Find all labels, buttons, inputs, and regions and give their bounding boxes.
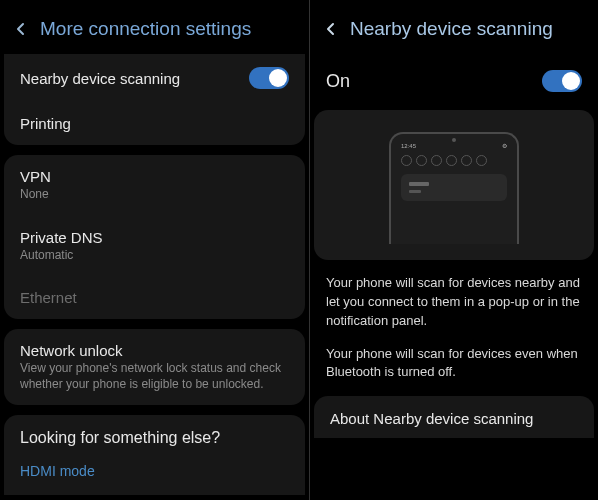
- row-label: Nearby device scanning: [20, 70, 180, 87]
- printing-row[interactable]: Printing: [4, 102, 305, 145]
- header: Nearby device scanning: [310, 0, 598, 54]
- hdmi-mode-link[interactable]: HDMI mode: [4, 455, 305, 495]
- nearby-toggle[interactable]: [249, 67, 289, 89]
- ethernet-row: Ethernet: [4, 276, 305, 319]
- nearby-device-scanning-screen: Nearby device scanning On 12:45 ⚙: [310, 0, 598, 500]
- row-label: Private DNS: [20, 229, 103, 246]
- toggle-knob: [562, 72, 580, 90]
- row-label: Ethernet: [20, 289, 77, 306]
- on-label: On: [326, 71, 350, 92]
- group-network: VPN None Private DNS Automatic Ethernet: [4, 155, 305, 319]
- row-label: Network unlock: [20, 342, 289, 359]
- about-row[interactable]: About Nearby device scanning: [314, 396, 594, 438]
- toggle-knob: [269, 69, 287, 87]
- row-label: Printing: [20, 115, 71, 132]
- nearby-device-scanning-row[interactable]: Nearby device scanning: [4, 54, 305, 102]
- back-icon[interactable]: [324, 22, 338, 36]
- row-desc: View your phone's network lock status an…: [20, 361, 289, 392]
- back-icon[interactable]: [14, 22, 28, 36]
- about-label: About Nearby device scanning: [330, 410, 533, 427]
- phone-time: 12:45: [401, 143, 416, 149]
- vpn-row[interactable]: VPN None: [4, 155, 305, 216]
- row-label: VPN: [20, 168, 51, 185]
- row-value: Automatic: [20, 248, 103, 264]
- page-title: Nearby device scanning: [350, 18, 553, 40]
- group-unlock: Network unlock View your phone's network…: [4, 329, 305, 405]
- page-title: More connection settings: [40, 18, 251, 40]
- group-looking: Looking for something else? HDMI mode: [4, 415, 305, 495]
- header: More connection settings: [0, 0, 309, 54]
- desc-paragraph-2: Your phone will scan for devices even wh…: [326, 345, 582, 383]
- scanning-toggle[interactable]: [542, 70, 582, 92]
- more-connection-settings-screen: More connection settings Nearby device s…: [0, 0, 310, 500]
- illustration: 12:45 ⚙: [314, 110, 594, 260]
- desc-paragraph-1: Your phone will scan for devices nearby …: [326, 274, 582, 331]
- network-unlock-row[interactable]: Network unlock View your phone's network…: [4, 329, 305, 405]
- private-dns-row[interactable]: Private DNS Automatic: [4, 216, 305, 277]
- on-toggle-row[interactable]: On: [310, 54, 598, 110]
- row-value: None: [20, 187, 51, 203]
- phone-illustration: 12:45 ⚙: [389, 132, 519, 244]
- looking-heading: Looking for something else?: [4, 415, 305, 455]
- description: Your phone will scan for devices nearby …: [310, 260, 598, 382]
- group-connections: Nearby device scanning Printing: [4, 54, 305, 145]
- gear-icon: ⚙: [502, 142, 507, 149]
